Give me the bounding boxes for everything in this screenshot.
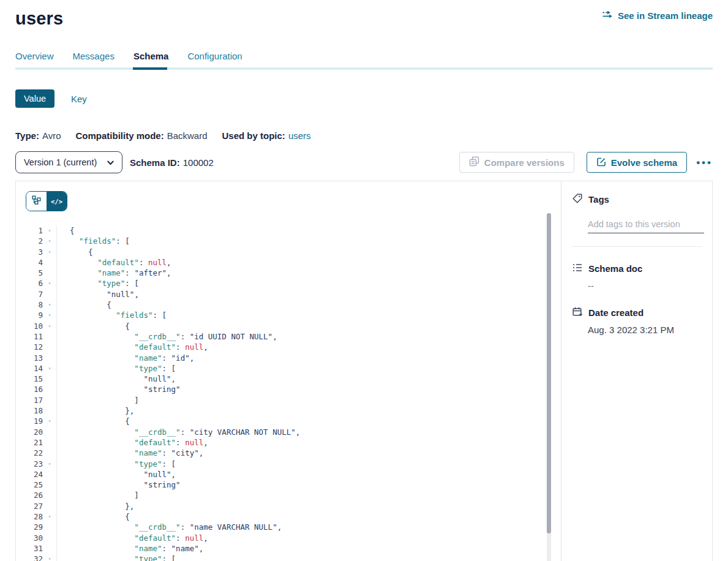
code-text[interactable]: { bbox=[56, 321, 561, 331]
fold-toggle-icon[interactable]: ▾ bbox=[43, 363, 56, 374]
evolve-schema-button[interactable]: Evolve schema bbox=[587, 152, 687, 173]
tab-bar: Overview Messages Schema Configuration bbox=[15, 51, 728, 67]
code-text[interactable]: "default": null, bbox=[56, 257, 561, 268]
tags-section-header: Tags bbox=[572, 193, 702, 206]
code-text[interactable]: "type": [ bbox=[56, 363, 561, 374]
code-text[interactable]: "__crdb__": "name VARCHAR NULL", bbox=[56, 522, 561, 532]
schema-doc-header: Schema doc bbox=[572, 262, 702, 275]
code-text[interactable]: "__crdb__": "city VARCHAR NOT NULL", bbox=[56, 427, 561, 437]
code-text[interactable]: "name": "city", bbox=[56, 448, 561, 458]
schema-doc-value: -- bbox=[588, 280, 702, 291]
stream-lineage-link[interactable]: See in Stream lineage bbox=[602, 10, 713, 21]
code-text[interactable]: "__crdb__": "id UUID NOT NULL", bbox=[56, 331, 561, 342]
code-view-icon: </> bbox=[51, 198, 62, 205]
code-text[interactable]: "fields": [ bbox=[56, 236, 561, 246]
code-text[interactable]: { bbox=[56, 511, 561, 522]
line-number: 6 bbox=[16, 278, 43, 288]
code-text[interactable]: "fields": [ bbox=[56, 310, 561, 320]
code-text[interactable]: "name": "after", bbox=[56, 268, 561, 278]
code-text[interactable]: }, bbox=[56, 501, 561, 511]
line-number: 24 bbox=[16, 469, 43, 480]
code-text[interactable]: { bbox=[56, 225, 561, 236]
fold-toggle-icon[interactable]: ▾ bbox=[43, 225, 56, 236]
editor-view-toggle: </> bbox=[26, 191, 67, 211]
code-text[interactable]: "type": [ bbox=[56, 554, 561, 561]
code-text[interactable]: "string" bbox=[56, 384, 561, 394]
fold-toggle-icon[interactable]: ▾ bbox=[43, 236, 56, 246]
tab-messages[interactable]: Messages bbox=[73, 51, 114, 67]
code-line: 1▾{ bbox=[16, 225, 561, 236]
code-line: 4 "default": null, bbox=[16, 257, 561, 268]
tab-schema[interactable]: Schema bbox=[133, 51, 169, 67]
code-text[interactable]: { bbox=[56, 416, 561, 426]
code-text[interactable]: }, bbox=[56, 405, 561, 416]
code-text[interactable]: "null", bbox=[56, 289, 561, 299]
code-text[interactable]: "type": [ bbox=[56, 459, 561, 469]
fold-toggle-icon[interactable]: ▾ bbox=[43, 278, 56, 288]
tree-view-icon bbox=[32, 195, 41, 207]
line-number: 18 bbox=[16, 405, 43, 416]
code-line: 17 ] bbox=[16, 395, 561, 405]
fold-toggle-icon[interactable]: ▾ bbox=[43, 459, 56, 469]
code-line: 20 "__crdb__": "city VARCHAR NOT NULL", bbox=[16, 427, 561, 437]
tab-underline-track bbox=[15, 67, 713, 70]
line-number: 8 bbox=[16, 299, 43, 310]
code-text[interactable]: "name": "name", bbox=[56, 543, 561, 554]
code-text[interactable]: { bbox=[56, 299, 561, 310]
code-view-button[interactable]: </> bbox=[47, 192, 67, 211]
fold-toggle-icon[interactable]: ▾ bbox=[43, 299, 56, 310]
value-toggle-button[interactable]: Value bbox=[15, 89, 54, 108]
fold-toggle-icon[interactable]: ▾ bbox=[43, 554, 56, 561]
tags-title: Tags bbox=[588, 194, 609, 205]
line-number: 30 bbox=[16, 533, 43, 543]
code-line: 5 "name": "after", bbox=[16, 268, 561, 278]
code-text[interactable]: "string" bbox=[56, 480, 561, 490]
code-line: 24 "null", bbox=[16, 469, 561, 480]
fold-toggle-icon[interactable]: ▾ bbox=[43, 321, 56, 331]
code-line: 2▾ "fields": [ bbox=[16, 236, 561, 246]
more-options-button[interactable]: ••• bbox=[696, 157, 713, 168]
code-text[interactable]: "null", bbox=[56, 374, 561, 384]
code-text[interactable]: "type": [ bbox=[56, 278, 561, 288]
code-text[interactable]: { bbox=[56, 247, 561, 257]
code-text[interactable]: ] bbox=[56, 395, 561, 405]
code-text[interactable]: "default": null, bbox=[56, 437, 561, 448]
topic-link[interactable]: users bbox=[288, 130, 311, 141]
schema-editor-pane: </> 1▾{2▾ "fields": [3▾ {4 "default": nu… bbox=[16, 181, 561, 561]
editor-scrollbar[interactable] bbox=[547, 213, 551, 561]
tab-configuration[interactable]: Configuration bbox=[187, 51, 242, 67]
code-text[interactable]: "null", bbox=[56, 469, 561, 480]
value-key-toggle: Value Key bbox=[15, 89, 728, 108]
code-line: 12 "default": null, bbox=[16, 342, 561, 352]
schema-type: Type:Avro bbox=[15, 130, 61, 141]
line-number: 2 bbox=[16, 236, 43, 246]
line-number: 7 bbox=[16, 289, 43, 299]
version-select[interactable]: Version 1 (current) bbox=[15, 151, 122, 173]
fold-gutter bbox=[43, 427, 56, 437]
schema-doc-section: Schema doc -- bbox=[572, 262, 702, 291]
code-text[interactable]: "default": null, bbox=[56, 533, 561, 543]
code-line: 22 "name": "city", bbox=[16, 448, 561, 458]
key-toggle-button[interactable]: Key bbox=[71, 94, 87, 104]
code-text[interactable]: "default": null, bbox=[56, 342, 561, 352]
compare-versions-button[interactable]: Compare versions bbox=[459, 152, 574, 173]
schema-id: Schema ID:100002 bbox=[130, 157, 214, 168]
add-tags-input[interactable] bbox=[588, 218, 704, 233]
fold-toggle-icon[interactable]: ▾ bbox=[43, 416, 56, 426]
line-number: 5 bbox=[16, 268, 43, 278]
line-number: 10 bbox=[16, 321, 43, 331]
editor-scrollbar-thumb[interactable] bbox=[547, 213, 551, 533]
fold-toggle-icon[interactable]: ▾ bbox=[43, 310, 56, 320]
code-text[interactable]: ] bbox=[56, 490, 561, 500]
fold-toggle-icon[interactable]: ▾ bbox=[43, 247, 56, 257]
compatibility-mode: Compatibility mode:Backward bbox=[75, 130, 207, 141]
fold-toggle-icon[interactable]: ▾ bbox=[43, 511, 56, 522]
tag-icon bbox=[572, 193, 583, 206]
tab-overview[interactable]: Overview bbox=[15, 51, 54, 67]
code-line: 21 "default": null, bbox=[16, 437, 561, 448]
fold-gutter bbox=[43, 384, 56, 394]
line-number: 14 bbox=[16, 363, 43, 374]
tree-view-button[interactable] bbox=[26, 192, 47, 211]
code-lines: 1▾{2▾ "fields": [3▾ {4 "default": null,5… bbox=[16, 225, 561, 561]
code-text[interactable]: "name": "id", bbox=[56, 353, 561, 363]
